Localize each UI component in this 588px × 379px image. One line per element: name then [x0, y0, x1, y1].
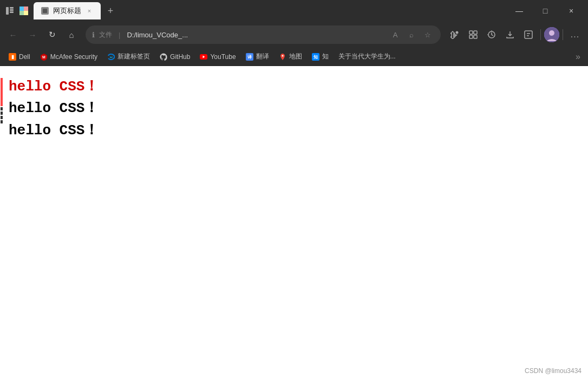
back-button[interactable]: ←: [4, 26, 22, 43]
forward-button[interactable]: →: [24, 26, 41, 43]
profile-avatar[interactable]: [544, 27, 559, 42]
bookmark-more-label: 关于当代大学生为...: [338, 52, 396, 61]
edge-favicon: [107, 53, 115, 61]
address-actions: A ⌕ ☆: [389, 28, 434, 41]
collections-btn[interactable]: [465, 26, 482, 43]
more-btn[interactable]: ...: [566, 26, 584, 43]
svg-rect-16: [525, 31, 532, 38]
nav-bar: ← → ↻ ⌂ ℹ 文件 | D:/limou_VCode_... A ⌕ ☆: [0, 22, 588, 48]
refresh-button[interactable]: ↻: [43, 26, 61, 43]
active-tab[interactable]: 网页标题 ×: [34, 2, 101, 19]
new-tab-button[interactable]: +: [103, 3, 118, 18]
bookmarks-chevron-icon: »: [576, 52, 580, 62]
bookmarks-more-btn[interactable]: »: [572, 50, 584, 63]
page-content: hello CSS！ hello CSS！ hello CSS！ CSDN @l…: [0, 66, 588, 379]
bookmark-zhihu[interactable]: 知 知: [308, 50, 333, 63]
svg-rect-0: [6, 7, 9, 15]
svg-point-10: [456, 31, 459, 34]
maximize-button[interactable]: □: [533, 2, 558, 19]
css-line-3: hello CSS！: [9, 121, 577, 140]
title-bar: 网页标题 × + — □ ×: [0, 0, 588, 22]
bookmark-mcafee[interactable]: M McAfee Security: [36, 51, 102, 62]
svg-rect-6: [19, 11, 24, 15]
nav-divider: [540, 29, 541, 40]
bookmark-dell-label: Dell: [19, 53, 30, 61]
bookmark-dell[interactable]: ▮ Dell: [4, 51, 35, 62]
search-btn[interactable]: ⌕: [405, 28, 418, 41]
css-line-1: hello CSS！: [9, 77, 577, 96]
dell-favicon: ▮: [9, 53, 16, 61]
watermark: CSDN @limou3434: [525, 367, 582, 375]
tab-close-btn[interactable]: ×: [86, 7, 93, 15]
svg-text:M: M: [42, 55, 45, 59]
map-favicon: [279, 53, 286, 61]
nav-divider-2: [563, 29, 563, 40]
tab-title: 网页标题: [53, 6, 81, 16]
svg-point-24: [282, 55, 283, 56]
bookmark-zhihu-label: 知: [322, 52, 329, 61]
read-mode-btn[interactable]: A: [389, 28, 402, 41]
translate-favicon: 译: [246, 53, 253, 61]
left-margin-indicator: [0, 66, 3, 379]
zhihu-favicon: 知: [312, 53, 319, 61]
svg-rect-2: [10, 9, 14, 11]
svg-rect-12: [474, 31, 477, 34]
minimize-button[interactable]: —: [507, 2, 532, 19]
bookmark-newtab[interactable]: 新建标签页: [103, 50, 154, 63]
bookmark-more-item[interactable]: 关于当代大学生为...: [334, 50, 400, 63]
github-favicon: [160, 53, 167, 61]
bookmarks-bar: ▮ Dell M McAfee Security 新建标签页 GitHub: [0, 48, 588, 66]
svg-text:知: 知: [313, 55, 318, 60]
svg-rect-8: [43, 9, 47, 13]
close-button[interactable]: ×: [559, 2, 584, 19]
bookmark-translate[interactable]: 译 翻译: [241, 50, 273, 63]
youtube-favicon: [200, 53, 207, 61]
svg-rect-14: [474, 35, 477, 38]
bookmark-map[interactable]: 地图: [275, 50, 306, 63]
svg-rect-5: [24, 6, 28, 11]
svg-rect-3: [10, 11, 14, 13]
tab-area: 网页标题 × +: [34, 2, 502, 19]
bookmark-map-label: 地图: [289, 52, 302, 61]
bookmark-youtube[interactable]: YouTube: [195, 51, 240, 62]
css-line-2: hello CSS！: [9, 99, 577, 118]
title-bar-left: [4, 5, 29, 16]
tab-favicon: [41, 7, 49, 15]
svg-text:译: 译: [247, 55, 252, 60]
bookmark-github[interactable]: GitHub: [155, 51, 194, 62]
address-bar[interactable]: ℹ 文件 | D:/limou_VCode_... A ⌕ ☆: [86, 25, 441, 44]
extension-btn[interactable]: [446, 26, 463, 43]
svg-rect-13: [469, 35, 473, 38]
window-controls: — □ ×: [507, 2, 584, 19]
home-button[interactable]: ⌂: [63, 26, 80, 43]
svg-rect-4: [19, 6, 24, 11]
bookmark-translate-label: 翻译: [256, 52, 269, 61]
bookmark-github-label: GitHub: [170, 53, 190, 61]
page-inner: hello CSS！ hello CSS！ hello CSS！: [0, 66, 588, 153]
address-file-label: 文件: [99, 30, 112, 40]
fav-btn[interactable]: ☆: [421, 28, 434, 41]
svg-rect-11: [469, 31, 473, 34]
bookmark-mcafee-label: McAfee Security: [50, 53, 97, 61]
address-url: D:/limou_VCode_...: [127, 31, 384, 39]
download-btn[interactable]: [501, 26, 519, 43]
address-info-icon: ℹ: [92, 31, 95, 39]
history-btn[interactable]: [483, 26, 500, 43]
svg-rect-7: [24, 11, 28, 15]
account-btn[interactable]: [520, 26, 537, 43]
svg-rect-1: [10, 7, 14, 9]
bookmark-newtab-label: 新建标签页: [117, 52, 150, 61]
nav-tools: ...: [446, 26, 584, 43]
mcafee-favicon: M: [40, 53, 48, 61]
profile-color-icon[interactable]: [18, 5, 29, 16]
bookmark-youtube-label: YouTube: [210, 53, 236, 61]
browser-sidebar-icon[interactable]: [4, 5, 15, 16]
address-separator: |: [119, 31, 120, 39]
svg-point-18: [549, 30, 554, 36]
